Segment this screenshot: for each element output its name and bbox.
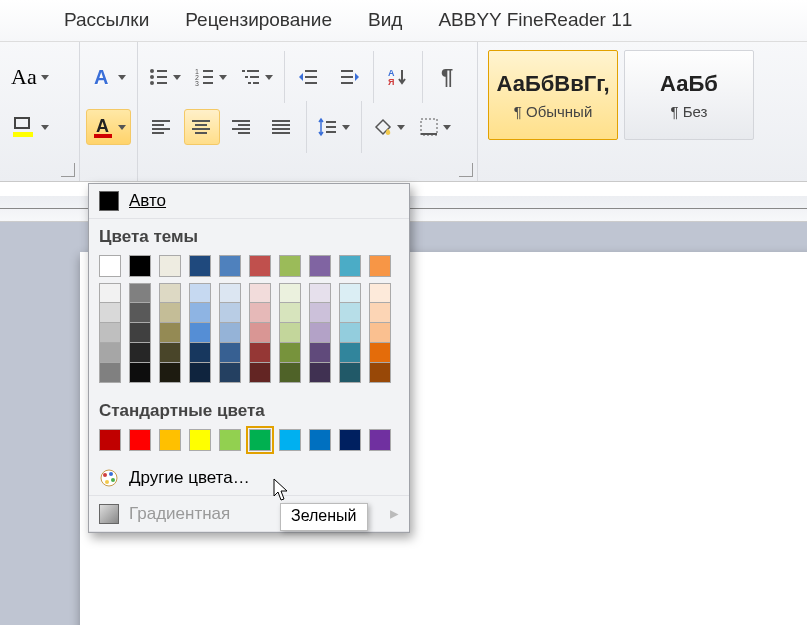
- theme-shade[interactable]: [189, 363, 211, 383]
- theme-shade[interactable]: [309, 343, 331, 363]
- numbering-button[interactable]: 123: [190, 59, 232, 95]
- theme-shade[interactable]: [309, 363, 331, 383]
- theme-color[interactable]: [279, 255, 301, 277]
- theme-shade[interactable]: [249, 303, 271, 323]
- theme-color[interactable]: [189, 255, 211, 277]
- standard-color[interactable]: [279, 429, 301, 451]
- theme-shade[interactable]: [159, 343, 181, 363]
- theme-shade[interactable]: [309, 323, 331, 343]
- standard-color[interactable]: [99, 429, 121, 451]
- theme-color[interactable]: [159, 255, 181, 277]
- theme-color[interactable]: [369, 255, 391, 277]
- highlight-color-button[interactable]: [6, 109, 54, 145]
- show-marks-button[interactable]: ¶: [429, 59, 465, 95]
- align-left-button[interactable]: [144, 109, 180, 145]
- theme-shade[interactable]: [129, 283, 151, 303]
- theme-shade[interactable]: [159, 303, 181, 323]
- sort-button[interactable]: АЯ: [380, 59, 416, 95]
- theme-shade[interactable]: [129, 343, 151, 363]
- theme-shade[interactable]: [219, 303, 241, 323]
- theme-shade[interactable]: [189, 343, 211, 363]
- theme-shade[interactable]: [129, 323, 151, 343]
- standard-color[interactable]: [129, 429, 151, 451]
- theme-shade[interactable]: [99, 323, 121, 343]
- theme-color[interactable]: [309, 255, 331, 277]
- borders-button[interactable]: [414, 109, 456, 145]
- standard-color[interactable]: [249, 429, 271, 451]
- tab-abbyy[interactable]: ABBYY FineReader 11: [434, 3, 636, 41]
- theme-shade[interactable]: [219, 363, 241, 383]
- theme-shade[interactable]: [159, 283, 181, 303]
- document-text-2[interactable]: Редактир: [680, 397, 807, 439]
- theme-shade[interactable]: [249, 283, 271, 303]
- theme-shade[interactable]: [369, 323, 391, 343]
- theme-shade[interactable]: [99, 363, 121, 383]
- theme-shade[interactable]: [99, 343, 121, 363]
- shading-button[interactable]: [368, 109, 410, 145]
- theme-shade[interactable]: [279, 283, 301, 303]
- theme-shade[interactable]: [189, 323, 211, 343]
- theme-shade[interactable]: [159, 363, 181, 383]
- theme-color[interactable]: [129, 255, 151, 277]
- theme-shade[interactable]: [309, 303, 331, 323]
- more-colors[interactable]: Другие цвета…: [89, 461, 409, 496]
- standard-color[interactable]: [219, 429, 241, 451]
- theme-shade[interactable]: [279, 363, 301, 383]
- increase-indent-button[interactable]: [331, 59, 367, 95]
- tab-mailings[interactable]: Рассылки: [60, 3, 153, 41]
- theme-shade[interactable]: [99, 303, 121, 323]
- standard-color[interactable]: [159, 429, 181, 451]
- theme-shade[interactable]: [249, 363, 271, 383]
- theme-shade[interactable]: [129, 363, 151, 383]
- multilevel-list-button[interactable]: [236, 59, 278, 95]
- change-case-button[interactable]: Aa: [6, 59, 54, 95]
- theme-color[interactable]: [339, 255, 361, 277]
- document-text-1[interactable]: W: [680, 352, 807, 397]
- theme-shade[interactable]: [279, 323, 301, 343]
- standard-color[interactable]: [339, 429, 361, 451]
- standard-color[interactable]: [309, 429, 331, 451]
- theme-shade[interactable]: [309, 283, 331, 303]
- theme-shade[interactable]: [99, 283, 121, 303]
- standard-color[interactable]: [369, 429, 391, 451]
- align-center-button[interactable]: [184, 109, 220, 145]
- theme-shade[interactable]: [369, 283, 391, 303]
- theme-shade[interactable]: [339, 283, 361, 303]
- text-effects-button[interactable]: A: [86, 59, 131, 95]
- theme-shade[interactable]: [249, 343, 271, 363]
- tab-view[interactable]: Вид: [364, 3, 406, 41]
- tab-review[interactable]: Рецензирование: [181, 3, 336, 41]
- style-nospacing[interactable]: АаБб ¶ Без: [624, 50, 754, 140]
- theme-shade[interactable]: [279, 343, 301, 363]
- theme-shade[interactable]: [369, 303, 391, 323]
- justify-button[interactable]: [264, 109, 300, 145]
- font-color-button[interactable]: A: [86, 109, 131, 145]
- theme-shade[interactable]: [339, 323, 361, 343]
- theme-shade[interactable]: [339, 363, 361, 383]
- theme-shade[interactable]: [189, 283, 211, 303]
- align-right-button[interactable]: [224, 109, 260, 145]
- theme-shade[interactable]: [189, 303, 211, 323]
- theme-shade[interactable]: [369, 363, 391, 383]
- theme-shade[interactable]: [219, 323, 241, 343]
- theme-shade[interactable]: [219, 283, 241, 303]
- font-group-launcher[interactable]: [61, 163, 75, 177]
- theme-shade[interactable]: [249, 323, 271, 343]
- theme-shade[interactable]: [279, 303, 301, 323]
- line-spacing-button[interactable]: [313, 109, 355, 145]
- theme-shade[interactable]: [129, 303, 151, 323]
- decrease-indent-button[interactable]: [291, 59, 327, 95]
- style-normal[interactable]: АаБбВвГг, ¶ Обычный: [488, 50, 618, 140]
- theme-shade[interactable]: [339, 303, 361, 323]
- bullets-button[interactable]: [144, 59, 186, 95]
- theme-color[interactable]: [219, 255, 241, 277]
- theme-color[interactable]: [249, 255, 271, 277]
- theme-shade[interactable]: [159, 323, 181, 343]
- theme-shade[interactable]: [339, 343, 361, 363]
- theme-shade[interactable]: [219, 343, 241, 363]
- theme-shade[interactable]: [369, 343, 391, 363]
- paragraph-group-launcher[interactable]: [459, 163, 473, 177]
- color-auto[interactable]: Авто: [89, 184, 409, 219]
- theme-color[interactable]: [99, 255, 121, 277]
- standard-color[interactable]: [189, 429, 211, 451]
